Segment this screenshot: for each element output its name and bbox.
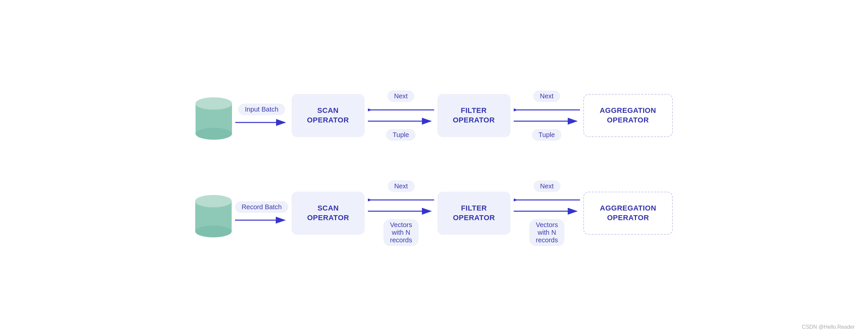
input-arrow-1 [235,118,288,127]
input-batch-label-1: Input Batch [238,104,285,115]
aggregation-operator-label-2: AGGREGATIONOPERATOR [600,204,656,223]
next-arrow-2 [514,105,580,114]
vectors-arrow-1 [368,207,434,216]
record-batch-label: Record Batch [235,201,288,213]
tuple-label-2: Tuple [532,129,561,141]
svg-point-1 [195,128,232,140]
scan-operator-label-1: SCANOPERATOR [307,106,349,125]
database-icon-1 [195,94,232,137]
next-arrow-4 [514,195,580,205]
scan-operator-1: SCANOPERATOR [292,94,365,137]
row-2: Record Batch SCANOPERATOR Next [195,180,673,246]
svg-point-15 [195,226,232,237]
vectors-arrow-2 [514,207,580,216]
aggregation-operator-label-1: AGGREGATIONOPERATOR [599,106,656,125]
aggregation-operator-1: AGGREGATIONOPERATOR [583,94,673,137]
watermark: CSDN @Hello.Reader [802,324,855,330]
tuple-arrow-1 [368,116,434,126]
next-arrow-1 [368,105,434,114]
next-label-4: Next [534,180,560,192]
filter-operator-1: FILTEROPERATOR [437,94,510,137]
filter-operator-2: FILTEROPERATOR [437,192,510,235]
next-label-3: Next [388,180,414,192]
next-arrow-3 [368,195,434,205]
row-1: Input Batch SCANOPERATOR Next [195,90,673,141]
next-label-2: Next [533,90,560,102]
diagram-container: Input Batch SCANOPERATOR Next [0,0,868,336]
scan-operator-label-2: SCANOPERATOR [307,204,349,223]
filter-operator-label-1: FILTEROPERATOR [453,106,495,125]
vectors-label-2: Vectors with N records [529,219,565,246]
next-label-1: Next [388,90,414,102]
record-batch-arrow [235,215,288,225]
svg-point-3 [195,97,232,109]
database-icon-2 [195,192,232,235]
vectors-label-1: Vectors with N records [383,219,419,246]
tuple-arrow-2 [514,116,580,126]
filter-operator-label-2: FILTEROPERATOR [453,204,495,223]
aggregation-operator-2: AGGREGATIONOPERATOR [583,192,673,235]
svg-point-17 [195,195,232,207]
tuple-label-1: Tuple [386,129,415,141]
scan-operator-2: SCANOPERATOR [292,192,365,235]
